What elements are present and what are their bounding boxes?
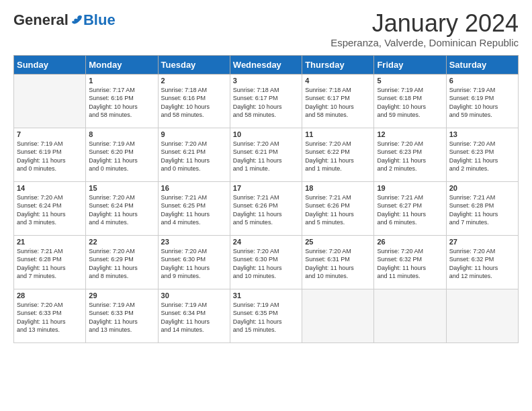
- day-info: Sunrise: 7:21 AM Sunset: 6:26 PM Dayligh…: [305, 193, 371, 227]
- day-info: Sunrise: 7:19 AM Sunset: 6:35 PM Dayligh…: [233, 301, 299, 334]
- calendar-cell: 22Sunrise: 7:20 AM Sunset: 6:29 PM Dayli…: [86, 235, 158, 289]
- day-info: Sunrise: 7:21 AM Sunset: 6:26 PM Dayligh…: [233, 193, 299, 227]
- day-info: Sunrise: 7:20 AM Sunset: 6:23 PM Dayligh…: [377, 140, 443, 173]
- header-tuesday: Tuesday: [158, 55, 230, 74]
- logo-text: General Blue: [13, 13, 116, 28]
- day-number: 3: [233, 77, 299, 85]
- day-info: Sunrise: 7:19 AM Sunset: 6:19 PM Dayligh…: [17, 140, 83, 173]
- day-info: Sunrise: 7:20 AM Sunset: 6:21 PM Dayligh…: [161, 140, 227, 173]
- day-number: 30: [161, 291, 227, 300]
- calendar-cell: 13Sunrise: 7:20 AM Sunset: 6:23 PM Dayli…: [446, 128, 518, 181]
- header-monday: Monday: [86, 55, 158, 74]
- day-number: 18: [305, 184, 371, 192]
- calendar-cell: 27Sunrise: 7:20 AM Sunset: 6:32 PM Dayli…: [446, 235, 518, 289]
- logo-general: General: [13, 13, 69, 28]
- day-number: 28: [17, 291, 83, 300]
- calendar-cell: 2Sunrise: 7:18 AM Sunset: 6:16 PM Daylig…: [158, 74, 230, 128]
- calendar-cell: 29Sunrise: 7:19 AM Sunset: 6:33 PM Dayli…: [86, 289, 158, 342]
- day-info: Sunrise: 7:20 AM Sunset: 6:24 PM Dayligh…: [17, 193, 83, 227]
- calendar-cell: [374, 289, 446, 342]
- calendar-cell: 21Sunrise: 7:21 AM Sunset: 6:28 PM Dayli…: [14, 235, 86, 289]
- header-row: SundayMondayTuesdayWednesdayThursdayFrid…: [14, 55, 519, 74]
- day-number: 19: [377, 184, 443, 192]
- calendar-cell: 3Sunrise: 7:18 AM Sunset: 6:17 PM Daylig…: [230, 74, 302, 128]
- day-number: 29: [89, 291, 154, 300]
- logo: General Blue: [13, 13, 116, 28]
- day-info: Sunrise: 7:20 AM Sunset: 6:23 PM Dayligh…: [449, 140, 515, 173]
- calendar-cell: 14Sunrise: 7:20 AM Sunset: 6:24 PM Dayli…: [14, 181, 86, 235]
- day-info: Sunrise: 7:20 AM Sunset: 6:32 PM Dayligh…: [377, 247, 443, 281]
- day-info: Sunrise: 7:20 AM Sunset: 6:29 PM Dayligh…: [89, 247, 154, 281]
- day-number: 27: [449, 238, 515, 246]
- week-row-2: 14Sunrise: 7:20 AM Sunset: 6:24 PM Dayli…: [14, 181, 519, 235]
- day-number: 8: [89, 130, 154, 138]
- day-info: Sunrise: 7:18 AM Sunset: 6:17 PM Dayligh…: [233, 86, 299, 120]
- day-number: 23: [161, 238, 227, 246]
- calendar-table: SundayMondayTuesdayWednesdayThursdayFrid…: [13, 55, 519, 343]
- calendar-cell: 11Sunrise: 7:20 AM Sunset: 6:22 PM Dayli…: [302, 128, 374, 181]
- calendar-cell: [14, 74, 86, 128]
- day-number: 10: [233, 130, 299, 138]
- calendar-cell: 28Sunrise: 7:20 AM Sunset: 6:33 PM Dayli…: [14, 289, 86, 342]
- calendar-cell: 7Sunrise: 7:19 AM Sunset: 6:19 PM Daylig…: [14, 128, 86, 181]
- week-row-0: 1Sunrise: 7:17 AM Sunset: 6:16 PM Daylig…: [14, 74, 519, 128]
- day-number: 16: [161, 184, 227, 192]
- calendar-cell: 15Sunrise: 7:20 AM Sunset: 6:24 PM Dayli…: [86, 181, 158, 235]
- calendar-cell: 26Sunrise: 7:20 AM Sunset: 6:32 PM Dayli…: [374, 235, 446, 289]
- logo-blue: Blue: [83, 13, 116, 28]
- day-info: Sunrise: 7:19 AM Sunset: 6:19 PM Dayligh…: [449, 86, 515, 120]
- calendar-cell: [446, 289, 518, 342]
- week-row-1: 7Sunrise: 7:19 AM Sunset: 6:19 PM Daylig…: [14, 128, 519, 181]
- day-info: Sunrise: 7:20 AM Sunset: 6:31 PM Dayligh…: [305, 247, 371, 281]
- logo-bird-icon: [70, 14, 83, 26]
- day-number: 12: [377, 130, 443, 138]
- header-thursday: Thursday: [302, 55, 374, 74]
- header-sunday: Sunday: [14, 55, 86, 74]
- day-info: Sunrise: 7:21 AM Sunset: 6:28 PM Dayligh…: [449, 193, 515, 227]
- day-number: 31: [233, 291, 299, 300]
- day-number: 20: [449, 184, 515, 192]
- day-info: Sunrise: 7:19 AM Sunset: 6:33 PM Dayligh…: [89, 301, 154, 334]
- day-info: Sunrise: 7:20 AM Sunset: 6:22 PM Dayligh…: [305, 140, 371, 173]
- calendar-cell: 1Sunrise: 7:17 AM Sunset: 6:16 PM Daylig…: [86, 74, 158, 128]
- day-number: 6: [449, 77, 515, 85]
- calendar-cell: 18Sunrise: 7:21 AM Sunset: 6:26 PM Dayli…: [302, 181, 374, 235]
- calendar-cell: 4Sunrise: 7:18 AM Sunset: 6:17 PM Daylig…: [302, 74, 374, 128]
- day-number: 17: [233, 184, 299, 192]
- day-info: Sunrise: 7:20 AM Sunset: 6:30 PM Dayligh…: [233, 247, 299, 281]
- day-number: 24: [233, 238, 299, 246]
- day-number: 26: [377, 238, 443, 246]
- calendar-cell: 10Sunrise: 7:20 AM Sunset: 6:21 PM Dayli…: [230, 128, 302, 181]
- day-number: 9: [161, 130, 227, 138]
- calendar-cell: 25Sunrise: 7:20 AM Sunset: 6:31 PM Dayli…: [302, 235, 374, 289]
- day-number: 1: [89, 77, 154, 85]
- week-row-4: 28Sunrise: 7:20 AM Sunset: 6:33 PM Dayli…: [14, 289, 519, 342]
- week-row-3: 21Sunrise: 7:21 AM Sunset: 6:28 PM Dayli…: [14, 235, 519, 289]
- day-number: 2: [161, 77, 227, 85]
- calendar-cell: 5Sunrise: 7:19 AM Sunset: 6:18 PM Daylig…: [374, 74, 446, 128]
- day-info: Sunrise: 7:21 AM Sunset: 6:27 PM Dayligh…: [377, 193, 443, 227]
- day-info: Sunrise: 7:19 AM Sunset: 6:34 PM Dayligh…: [161, 301, 227, 334]
- calendar-cell: [302, 289, 374, 342]
- day-number: 21: [17, 238, 83, 246]
- calendar-cell: 16Sunrise: 7:21 AM Sunset: 6:25 PM Dayli…: [158, 181, 230, 235]
- calendar-cell: 17Sunrise: 7:21 AM Sunset: 6:26 PM Dayli…: [230, 181, 302, 235]
- day-info: Sunrise: 7:21 AM Sunset: 6:25 PM Dayligh…: [161, 193, 227, 227]
- day-info: Sunrise: 7:20 AM Sunset: 6:21 PM Dayligh…: [233, 140, 299, 173]
- day-number: 4: [305, 77, 371, 85]
- header-wednesday: Wednesday: [230, 55, 302, 74]
- location-subtitle: Esperanza, Valverde, Dominican Republic: [330, 37, 519, 48]
- day-info: Sunrise: 7:20 AM Sunset: 6:30 PM Dayligh…: [161, 247, 227, 281]
- day-number: 11: [305, 130, 371, 138]
- calendar-cell: 20Sunrise: 7:21 AM Sunset: 6:28 PM Dayli…: [446, 181, 518, 235]
- page: General Blue January 2024 Esperanza, Val…: [0, 0, 532, 411]
- calendar-cell: 30Sunrise: 7:19 AM Sunset: 6:34 PM Dayli…: [158, 289, 230, 342]
- month-title: January 2024: [330, 10, 519, 37]
- calendar-cell: 12Sunrise: 7:20 AM Sunset: 6:23 PM Dayli…: [374, 128, 446, 181]
- day-number: 7: [17, 130, 83, 138]
- title-section: January 2024 Esperanza, Valverde, Domini…: [330, 10, 519, 48]
- calendar-cell: 6Sunrise: 7:19 AM Sunset: 6:19 PM Daylig…: [446, 74, 518, 128]
- header-saturday: Saturday: [446, 55, 518, 74]
- calendar-cell: 31Sunrise: 7:19 AM Sunset: 6:35 PM Dayli…: [230, 289, 302, 342]
- header-friday: Friday: [374, 55, 446, 74]
